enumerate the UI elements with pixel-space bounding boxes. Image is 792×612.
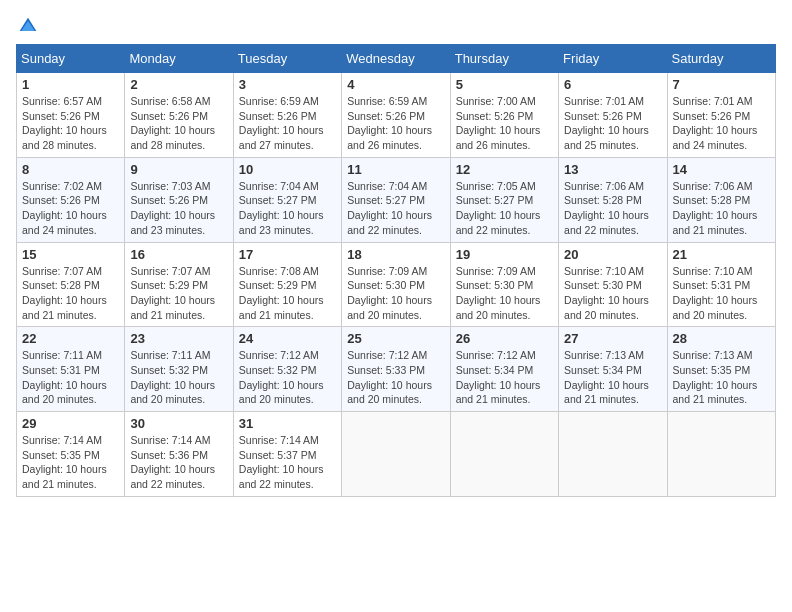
calendar-cell: 6Sunrise: 7:01 AM Sunset: 5:26 PM Daylig… [559,73,667,158]
day-number: 14 [673,162,770,177]
day-info: Sunrise: 7:09 AM Sunset: 5:30 PM Dayligh… [456,264,553,323]
day-number: 20 [564,247,661,262]
day-number: 17 [239,247,336,262]
logo-icon [18,16,38,36]
day-number: 7 [673,77,770,92]
calendar-cell: 10Sunrise: 7:04 AM Sunset: 5:27 PM Dayli… [233,157,341,242]
weekday-header-thursday: Thursday [450,45,558,73]
day-info: Sunrise: 7:13 AM Sunset: 5:35 PM Dayligh… [673,348,770,407]
day-info: Sunrise: 7:06 AM Sunset: 5:28 PM Dayligh… [564,179,661,238]
calendar-cell: 30Sunrise: 7:14 AM Sunset: 5:36 PM Dayli… [125,412,233,497]
calendar-cell [342,412,450,497]
calendar-cell: 13Sunrise: 7:06 AM Sunset: 5:28 PM Dayli… [559,157,667,242]
day-number: 28 [673,331,770,346]
day-info: Sunrise: 7:14 AM Sunset: 5:37 PM Dayligh… [239,433,336,492]
day-number: 31 [239,416,336,431]
calendar-table: SundayMondayTuesdayWednesdayThursdayFrid… [16,44,776,497]
calendar-cell: 16Sunrise: 7:07 AM Sunset: 5:29 PM Dayli… [125,242,233,327]
weekday-header-monday: Monday [125,45,233,73]
calendar-cell: 8Sunrise: 7:02 AM Sunset: 5:26 PM Daylig… [17,157,125,242]
day-info: Sunrise: 7:07 AM Sunset: 5:28 PM Dayligh… [22,264,119,323]
calendar-cell: 9Sunrise: 7:03 AM Sunset: 5:26 PM Daylig… [125,157,233,242]
day-info: Sunrise: 7:13 AM Sunset: 5:34 PM Dayligh… [564,348,661,407]
calendar-cell: 26Sunrise: 7:12 AM Sunset: 5:34 PM Dayli… [450,327,558,412]
calendar-cell [667,412,775,497]
calendar-week-row: 8Sunrise: 7:02 AM Sunset: 5:26 PM Daylig… [17,157,776,242]
day-number: 11 [347,162,444,177]
day-info: Sunrise: 6:57 AM Sunset: 5:26 PM Dayligh… [22,94,119,153]
day-info: Sunrise: 7:01 AM Sunset: 5:26 PM Dayligh… [673,94,770,153]
calendar-cell: 28Sunrise: 7:13 AM Sunset: 5:35 PM Dayli… [667,327,775,412]
weekday-header-sunday: Sunday [17,45,125,73]
calendar-week-row: 15Sunrise: 7:07 AM Sunset: 5:28 PM Dayli… [17,242,776,327]
day-info: Sunrise: 7:14 AM Sunset: 5:35 PM Dayligh… [22,433,119,492]
calendar-cell: 20Sunrise: 7:10 AM Sunset: 5:30 PM Dayli… [559,242,667,327]
calendar-cell: 22Sunrise: 7:11 AM Sunset: 5:31 PM Dayli… [17,327,125,412]
day-number: 5 [456,77,553,92]
day-number: 23 [130,331,227,346]
day-info: Sunrise: 7:09 AM Sunset: 5:30 PM Dayligh… [347,264,444,323]
day-number: 24 [239,331,336,346]
logo [16,16,38,36]
day-number: 3 [239,77,336,92]
calendar-cell: 1Sunrise: 6:57 AM Sunset: 5:26 PM Daylig… [17,73,125,158]
day-info: Sunrise: 7:04 AM Sunset: 5:27 PM Dayligh… [347,179,444,238]
calendar-header-row: SundayMondayTuesdayWednesdayThursdayFrid… [17,45,776,73]
day-info: Sunrise: 7:07 AM Sunset: 5:29 PM Dayligh… [130,264,227,323]
calendar-cell: 18Sunrise: 7:09 AM Sunset: 5:30 PM Dayli… [342,242,450,327]
day-info: Sunrise: 7:04 AM Sunset: 5:27 PM Dayligh… [239,179,336,238]
calendar-week-row: 1Sunrise: 6:57 AM Sunset: 5:26 PM Daylig… [17,73,776,158]
day-info: Sunrise: 6:59 AM Sunset: 5:26 PM Dayligh… [239,94,336,153]
day-number: 10 [239,162,336,177]
day-number: 21 [673,247,770,262]
calendar-cell: 31Sunrise: 7:14 AM Sunset: 5:37 PM Dayli… [233,412,341,497]
day-info: Sunrise: 7:05 AM Sunset: 5:27 PM Dayligh… [456,179,553,238]
day-number: 18 [347,247,444,262]
weekday-header-wednesday: Wednesday [342,45,450,73]
day-info: Sunrise: 7:12 AM Sunset: 5:34 PM Dayligh… [456,348,553,407]
calendar-cell: 29Sunrise: 7:14 AM Sunset: 5:35 PM Dayli… [17,412,125,497]
day-number: 15 [22,247,119,262]
weekday-header-tuesday: Tuesday [233,45,341,73]
day-number: 6 [564,77,661,92]
day-info: Sunrise: 6:59 AM Sunset: 5:26 PM Dayligh… [347,94,444,153]
calendar-cell: 15Sunrise: 7:07 AM Sunset: 5:28 PM Dayli… [17,242,125,327]
day-info: Sunrise: 6:58 AM Sunset: 5:26 PM Dayligh… [130,94,227,153]
calendar-cell: 24Sunrise: 7:12 AM Sunset: 5:32 PM Dayli… [233,327,341,412]
day-info: Sunrise: 7:08 AM Sunset: 5:29 PM Dayligh… [239,264,336,323]
calendar-cell: 21Sunrise: 7:10 AM Sunset: 5:31 PM Dayli… [667,242,775,327]
day-number: 9 [130,162,227,177]
day-info: Sunrise: 7:02 AM Sunset: 5:26 PM Dayligh… [22,179,119,238]
calendar-cell [559,412,667,497]
calendar-cell: 23Sunrise: 7:11 AM Sunset: 5:32 PM Dayli… [125,327,233,412]
calendar-cell: 11Sunrise: 7:04 AM Sunset: 5:27 PM Dayli… [342,157,450,242]
day-number: 29 [22,416,119,431]
weekday-header-saturday: Saturday [667,45,775,73]
day-info: Sunrise: 7:11 AM Sunset: 5:31 PM Dayligh… [22,348,119,407]
day-number: 30 [130,416,227,431]
calendar-cell: 2Sunrise: 6:58 AM Sunset: 5:26 PM Daylig… [125,73,233,158]
day-number: 27 [564,331,661,346]
calendar-cell: 12Sunrise: 7:05 AM Sunset: 5:27 PM Dayli… [450,157,558,242]
calendar-week-row: 29Sunrise: 7:14 AM Sunset: 5:35 PM Dayli… [17,412,776,497]
day-info: Sunrise: 7:10 AM Sunset: 5:30 PM Dayligh… [564,264,661,323]
day-number: 2 [130,77,227,92]
calendar-cell: 4Sunrise: 6:59 AM Sunset: 5:26 PM Daylig… [342,73,450,158]
calendar-cell: 17Sunrise: 7:08 AM Sunset: 5:29 PM Dayli… [233,242,341,327]
day-number: 1 [22,77,119,92]
day-info: Sunrise: 7:11 AM Sunset: 5:32 PM Dayligh… [130,348,227,407]
day-info: Sunrise: 7:03 AM Sunset: 5:26 PM Dayligh… [130,179,227,238]
day-info: Sunrise: 7:00 AM Sunset: 5:26 PM Dayligh… [456,94,553,153]
calendar-cell: 5Sunrise: 7:00 AM Sunset: 5:26 PM Daylig… [450,73,558,158]
day-number: 26 [456,331,553,346]
calendar-cell: 7Sunrise: 7:01 AM Sunset: 5:26 PM Daylig… [667,73,775,158]
calendar-cell: 27Sunrise: 7:13 AM Sunset: 5:34 PM Dayli… [559,327,667,412]
day-info: Sunrise: 7:14 AM Sunset: 5:36 PM Dayligh… [130,433,227,492]
calendar-cell [450,412,558,497]
day-number: 13 [564,162,661,177]
page-header [16,16,776,36]
day-info: Sunrise: 7:06 AM Sunset: 5:28 PM Dayligh… [673,179,770,238]
day-info: Sunrise: 7:01 AM Sunset: 5:26 PM Dayligh… [564,94,661,153]
weekday-header-friday: Friday [559,45,667,73]
day-info: Sunrise: 7:12 AM Sunset: 5:32 PM Dayligh… [239,348,336,407]
